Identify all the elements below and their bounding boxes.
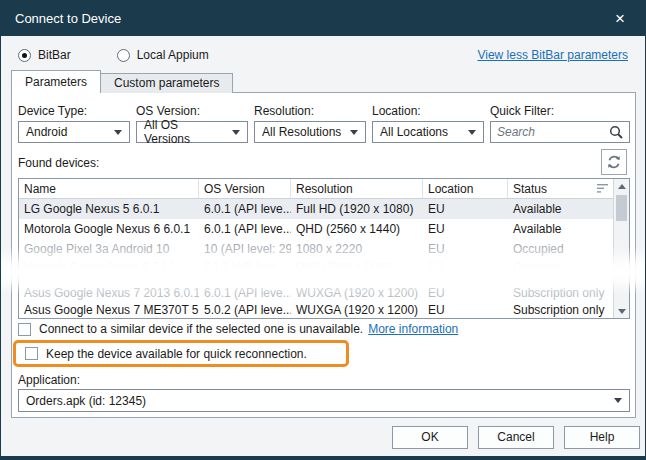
location-label: Location: bbox=[372, 104, 484, 119]
radio-button-icon[interactable] bbox=[117, 49, 130, 62]
titlebar: Connect to Device × bbox=[1, 0, 645, 36]
dialog-footer: OK Cancel Help bbox=[1, 418, 645, 456]
os-version-select[interactable]: All OS Versions bbox=[136, 121, 248, 143]
resolution-value: All Resolutions bbox=[262, 125, 341, 139]
os-version-label: OS Version: bbox=[136, 104, 248, 119]
device-type-value: Android bbox=[26, 125, 67, 139]
location-value: All Locations bbox=[380, 125, 448, 139]
column-header-resolution[interactable]: Resolution bbox=[291, 179, 423, 198]
cell-location: EU bbox=[423, 303, 508, 317]
cell-location: EU bbox=[423, 260, 508, 272]
table-row[interactable]: Asus Google Nexus 7 ME370T 5.0.2 5.0.2 (… bbox=[19, 301, 629, 318]
tab-parameters[interactable]: Parameters bbox=[11, 70, 101, 93]
table-row[interactable]: Google Pixel 3a Android 10 10 (API level… bbox=[19, 239, 629, 259]
radio-button-icon[interactable] bbox=[18, 49, 31, 62]
chevron-down-icon bbox=[114, 130, 122, 135]
radio-bitbar[interactable]: BitBar bbox=[18, 48, 71, 62]
column-header-os-version[interactable]: OS Version bbox=[199, 179, 291, 198]
table-elision-gap bbox=[19, 273, 629, 284]
view-bitbar-parameters-link[interactable]: View less BitBar parameters bbox=[477, 48, 628, 62]
cell-status: Available bbox=[508, 222, 613, 236]
table-row[interactable]: Motorola Google Nexus 6 6.0.1 6.0.1 (API… bbox=[19, 219, 629, 239]
cell-resolution: 1080 x 2220 bbox=[291, 242, 423, 256]
close-icon[interactable]: × bbox=[609, 8, 631, 29]
location-select[interactable]: All Locations bbox=[372, 121, 484, 143]
cell-name: Asus Google Nexus 7 2013 6.0.1 bbox=[19, 286, 199, 300]
parameters-panel: Device Type: Android OS Version: All OS … bbox=[11, 92, 636, 418]
annotation-highlight-box: Keep the device available for quick reco… bbox=[13, 340, 349, 367]
device-type-field: Device Type: Android bbox=[18, 104, 130, 143]
cell-name: LG Google Nexus 5 6.0.1 bbox=[19, 202, 199, 216]
dialog-title: Connect to Device bbox=[15, 11, 121, 26]
table-row[interactable]: LG Google Nexus 5 6.0.1 6.0.1 (API leve.… bbox=[19, 199, 629, 219]
similar-device-checkbox[interactable] bbox=[18, 323, 31, 336]
similar-device-option: Connect to a similar device if the selec… bbox=[18, 322, 458, 336]
column-header-status[interactable]: Status bbox=[508, 179, 613, 198]
cell-resolution: WUXGA (1920 x 1200) bbox=[291, 286, 423, 300]
tab-bar: Parameters Custom parameters bbox=[11, 70, 232, 93]
vertical-scrollbar[interactable] bbox=[613, 179, 629, 318]
resolution-label: Resolution: bbox=[254, 104, 366, 119]
cancel-button[interactable]: Cancel bbox=[478, 426, 554, 449]
cell-name: Motorola Google Nexus 6 6.0.1 bbox=[19, 222, 199, 236]
resolution-select[interactable]: All Resolutions bbox=[254, 121, 366, 143]
cell-resolution: WUXGA (1920 x 1200) bbox=[291, 303, 423, 317]
cell-resolution: Full HD (1920 x 1080) bbox=[291, 202, 423, 216]
ok-button[interactable]: OK bbox=[392, 426, 468, 449]
cell-resolution: QHD (2560 x 1440) bbox=[291, 222, 423, 236]
cell-status: Subscription only bbox=[508, 286, 613, 300]
similar-device-label: Connect to a similar device if the selec… bbox=[39, 322, 363, 336]
tab-custom-parameters[interactable]: Custom parameters bbox=[100, 73, 233, 93]
search-input[interactable] bbox=[497, 125, 609, 139]
triangle-down-icon bbox=[618, 309, 626, 314]
cell-os-version: 6.0.1 (API leve... bbox=[199, 222, 291, 236]
refresh-button[interactable] bbox=[601, 149, 627, 175]
application-value: Orders.apk (id: 12345) bbox=[26, 394, 146, 408]
devices-table: Name OS Version Resolution Location Stat… bbox=[18, 178, 630, 319]
column-header-name[interactable]: Name bbox=[19, 179, 199, 198]
cell-name: Motorola Google Nexus 6 7.1.1 bbox=[19, 260, 199, 272]
resolution-field: Resolution: All Resolutions bbox=[254, 104, 366, 143]
cell-name: Asus Google Nexus 7 ME370T 5.0.2 bbox=[19, 303, 199, 317]
keep-device-checkbox[interactable] bbox=[25, 347, 38, 360]
cell-os-version: 5.0.2 (API leve... bbox=[199, 303, 291, 317]
scrollbar-thumb[interactable] bbox=[616, 195, 627, 221]
os-version-field: OS Version: All OS Versions bbox=[136, 104, 248, 143]
triangle-up-icon bbox=[618, 184, 626, 189]
application-label: Application: bbox=[18, 373, 80, 387]
dialog-body: Connect to Device × BitBar Local Appium … bbox=[1, 0, 645, 456]
chevron-down-icon bbox=[614, 398, 622, 403]
device-type-select[interactable]: Android bbox=[18, 121, 130, 143]
search-icon bbox=[609, 125, 623, 139]
device-type-label: Device Type: bbox=[18, 104, 130, 119]
cell-os-version: 6.0.1 (API leve... bbox=[199, 286, 291, 300]
cell-location: EU bbox=[423, 286, 508, 300]
chevron-down-icon bbox=[232, 130, 240, 135]
help-button[interactable]: Help bbox=[564, 426, 640, 449]
status-header-label: Status bbox=[513, 182, 547, 196]
cell-name: Google Pixel 3a Android 10 bbox=[19, 242, 199, 256]
radio-local-appium-label: Local Appium bbox=[137, 48, 209, 62]
cell-os-version: 10 (API level: 29) bbox=[199, 242, 291, 256]
cell-status: Occupied bbox=[508, 260, 613, 272]
table-header: Name OS Version Resolution Location Stat… bbox=[19, 179, 629, 199]
os-version-value: All OS Versions bbox=[144, 118, 226, 146]
column-header-location[interactable]: Location bbox=[423, 179, 508, 198]
location-field: Location: All Locations bbox=[372, 104, 484, 143]
sort-icon bbox=[596, 183, 609, 194]
radio-local-appium[interactable]: Local Appium bbox=[117, 48, 209, 62]
table-row[interactable]: Motorola Google Nexus 6 7.1.1 7.1.1 (API… bbox=[19, 259, 629, 273]
chevron-down-icon bbox=[468, 130, 476, 135]
scroll-up-button[interactable] bbox=[614, 179, 629, 193]
keep-device-label: Keep the device available for quick reco… bbox=[46, 347, 307, 361]
table-row[interactable]: Asus Google Nexus 7 2013 6.0.1 6.0.1 (AP… bbox=[19, 284, 629, 301]
cell-os-version: 6.0.1 (API leve... bbox=[199, 202, 291, 216]
cell-status: Subscription only bbox=[508, 303, 613, 317]
cell-status: Available bbox=[508, 202, 613, 216]
application-select[interactable]: Orders.apk (id: 12345) bbox=[18, 389, 630, 412]
chevron-down-icon bbox=[350, 130, 358, 135]
scroll-down-button[interactable] bbox=[614, 304, 629, 318]
more-information-link[interactable]: More information bbox=[368, 322, 458, 336]
cell-location: EU bbox=[423, 202, 508, 216]
cell-location: EU bbox=[423, 222, 508, 236]
